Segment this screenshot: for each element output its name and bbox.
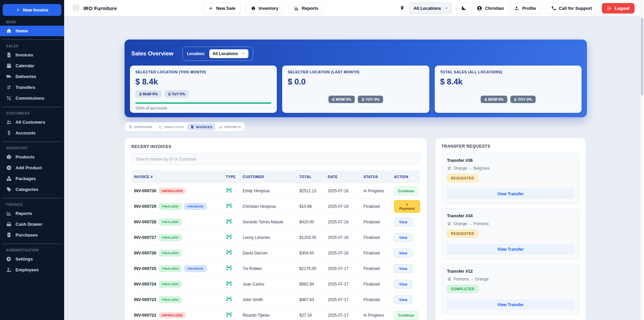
invoice-type-cell	[226, 218, 243, 226]
people-carry-icon	[226, 234, 232, 240]
sidebar-item-settings[interactable]: Settings	[0, 254, 64, 264]
invoice-id-cell: INV-000728 FINALIZED	[134, 219, 226, 225]
logout-button[interactable]: Logout	[602, 3, 635, 14]
reports-button[interactable]: Reports	[289, 3, 324, 14]
dark-mode-toggle[interactable]	[456, 2, 472, 14]
chart-column-icon	[219, 125, 223, 129]
sidebar-item-employees[interactable]: Employees	[0, 265, 64, 275]
people-carry-icon	[226, 296, 232, 302]
sidebar-section-label: INVENTORY	[6, 146, 58, 150]
unfinalized-badge: UNFINALIZED	[159, 312, 185, 318]
view-button[interactable]: View	[394, 295, 412, 304]
view-transfer-button[interactable]: View Transfer	[447, 299, 574, 310]
tab-overview[interactable]: OVERVIEW	[126, 123, 155, 130]
invoice-row: INV-000728 FINALIZED Gerardo Torres Matu…	[131, 214, 420, 230]
user-chip[interactable]: Christian	[476, 5, 505, 11]
plus-icon	[208, 6, 213, 11]
transfer-status-badge: REQUESTED	[447, 174, 478, 182]
invoice-customer: Tio Robles	[243, 266, 299, 271]
inventory-button[interactable]: Inventory	[245, 3, 284, 14]
sidebar-item-calendar[interactable]: Calendar	[0, 60, 64, 71]
column-header-total: TOTAL	[299, 175, 328, 179]
invoice-type-cell	[226, 203, 243, 210]
stat-badges: Δ MoM 0%Δ YoY 0%	[135, 90, 271, 98]
finalized-badge: FINALIZED	[159, 265, 182, 272]
tab-reports[interactable]: REPORTS	[216, 123, 244, 130]
sidebar-item-packages[interactable]: Packages	[0, 173, 64, 184]
call-support-button[interactable]: Call for Support	[546, 3, 597, 14]
view-button[interactable]: View	[394, 218, 412, 226]
view-button[interactable]: View	[394, 249, 412, 257]
invoice-customer: David Garzon	[243, 251, 299, 255]
sidebar-item-reports[interactable]: Reports	[0, 208, 64, 219]
sales-overview-header: Sales Overview Location: All Locations	[130, 45, 582, 62]
sidebar-section-label: CUSTOMERS	[6, 112, 58, 115]
sidebar-item-categories[interactable]: Categories	[0, 184, 64, 195]
sidebar-item-commissions[interactable]: Commissions	[0, 93, 64, 103]
cash-register-icon	[6, 221, 12, 227]
payment-button[interactable]: + Payment	[394, 200, 420, 213]
overview-location-select[interactable]: All Locations	[209, 49, 248, 58]
sidebar-item-transfers[interactable]: Transfers	[0, 82, 64, 93]
sidebar-sections: MAIN Home SALES Invoices Calendar Delive…	[3, 20, 61, 275]
call-support-label: Call for Support	[559, 6, 592, 11]
invoice-date: 2025-07-18	[328, 189, 364, 193]
stat-progress-caption: 100% of last month	[135, 106, 271, 110]
truck-icon	[6, 74, 12, 79]
invoice-status: Finalized	[364, 266, 394, 271]
view-button[interactable]: View	[394, 233, 412, 242]
profile-button[interactable]: Profile	[509, 3, 541, 14]
sidebar-divider	[2, 142, 62, 142]
invoice-row: INV-000725 FINALIZEDFINANCED Tio Robles …	[131, 261, 420, 276]
sidebar-item-cash-drawer[interactable]: Cash Drawer	[0, 219, 64, 229]
cube-icon	[6, 154, 12, 160]
invoice-customer: Ricardo Tijeras	[243, 313, 299, 318]
swap-icon	[447, 277, 452, 281]
box-icon	[251, 6, 256, 11]
invoice-number: INV-000722	[134, 313, 156, 318]
invoice-type-cell	[226, 234, 243, 241]
people-carry-icon	[226, 312, 232, 318]
view-button[interactable]: View	[394, 280, 412, 289]
swap-icon	[447, 166, 452, 171]
continue-button[interactable]: Continue	[394, 187, 418, 195]
continue-button[interactable]: Continue	[394, 311, 418, 320]
percent-icon	[6, 95, 12, 101]
transfer-status-badge: REQUESTED	[447, 229, 478, 238]
sidebar-item-add-product[interactable]: Add Product	[0, 163, 64, 173]
sidebar-item-home[interactable]: Home	[0, 26, 64, 36]
overview-location-pill: Location: All Locations	[182, 47, 253, 61]
stat-value: $ 8.4k	[135, 77, 271, 87]
gear-icon	[6, 256, 12, 262]
tags-icon	[6, 187, 12, 192]
header-location-select[interactable]: All Locations	[409, 3, 452, 14]
sidebar-item-purchases[interactable]: Purchases	[0, 230, 64, 240]
tab-invoices[interactable]: INVOICES	[187, 123, 215, 130]
sidebar-item-accounts[interactable]: Accounts	[0, 128, 64, 138]
new-sale-button[interactable]: New Sale	[203, 3, 241, 14]
tab-analytics[interactable]: ANALYTICS	[156, 123, 187, 130]
unfinalized-badge: UNFINALIZED	[159, 188, 185, 194]
invoice-id-cell: INV-000727 FINALIZED	[134, 234, 226, 241]
sidebar-item-products[interactable]: Products	[0, 152, 64, 162]
invoice-id-cell: INV-000724 FINALIZED	[134, 281, 226, 288]
furniture-logo-icon	[72, 4, 81, 13]
header-location-select-wrap: All Locations	[409, 3, 452, 14]
pin-icon	[400, 5, 405, 11]
new-invoice-button[interactable]: New Invoice	[3, 4, 61, 16]
column-header-type: TYPE	[226, 175, 243, 179]
sidebar-item-deliveries[interactable]: Deliveries	[0, 71, 64, 82]
scrollbar-track[interactable]	[640, 0, 644, 320]
transfer-route-text: Orange → Pomona	[454, 221, 488, 226]
transfer-card: Transfer #12 Pomona → Orange COMPLETED V…	[441, 264, 580, 315]
invoice-id-cell: INV-000729 FINALIZEDFINANCED	[134, 203, 226, 210]
view-transfer-button[interactable]: View Transfer	[447, 189, 574, 199]
scrollbar-thumb[interactable]	[641, 18, 643, 95]
view-button[interactable]: View	[394, 264, 412, 273]
sidebar-item-all-customers[interactable]: All Customers	[0, 117, 64, 127]
invoice-search-input[interactable]	[131, 153, 420, 165]
invoice-total: $2175.00	[299, 266, 328, 271]
view-transfer-button[interactable]: View Transfer	[447, 244, 574, 254]
sidebar-item-invoices[interactable]: Invoices	[0, 50, 64, 60]
people-carry-icon	[226, 218, 232, 225]
